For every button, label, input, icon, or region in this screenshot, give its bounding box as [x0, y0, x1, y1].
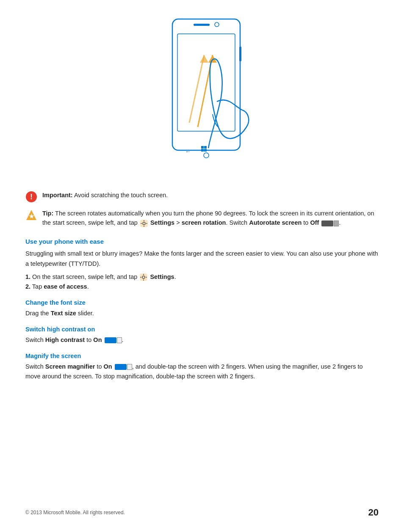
subsection-magnify: Magnify the screen — [25, 352, 379, 361]
high-contrast-toggle-on — [105, 337, 122, 343]
phone-illustration: ← — [25, 13, 379, 178]
page-content: ← — [0, 0, 404, 532]
phone-svg: ← — [147, 13, 257, 178]
page-footer: © 2013 Microsoft Mobile. All rights rese… — [25, 505, 379, 519]
use-ease-body: Struggling with small text or blurry ima… — [25, 249, 379, 268]
svg-rect-7 — [204, 146, 207, 149]
settings-gear-icon — [140, 220, 148, 227]
svg-rect-6 — [201, 146, 204, 149]
change-font-text: Drag the Text size slider. — [25, 309, 379, 318]
subsection-high-contrast: Switch high contrast on — [25, 325, 379, 334]
svg-rect-10 — [239, 47, 241, 61]
step-1-number: 1. — [25, 273, 30, 280]
magnify-text: Switch Screen magnifier to On , and doub… — [25, 362, 379, 381]
important-icon: ! — [25, 191, 37, 203]
svg-rect-2 — [194, 24, 210, 26]
important-notice: ! Important: Avoid scratching the touch … — [25, 190, 379, 203]
important-body: Avoid scratching the touch screen. — [73, 192, 168, 198]
step-2-number: 2. — [25, 283, 30, 290]
subsection-change-font: Change the font size — [25, 298, 379, 308]
footer-copyright: © 2013 Microsoft Mobile. All rights rese… — [25, 509, 125, 516]
tip-label: Tip: — [42, 210, 53, 217]
tip-text: Tip: The screen rotates automatically wh… — [42, 209, 379, 228]
step-2: 2. Tap ease of access. — [25, 282, 379, 292]
svg-rect-9 — [204, 149, 207, 152]
svg-rect-1 — [177, 34, 235, 131]
settings-gear-icon-2 — [140, 273, 147, 281]
section-heading-use-ease: Use your phone with ease — [25, 237, 379, 247]
high-contrast-text: Switch High contrast to On . — [25, 335, 379, 345]
magnify-toggle-on — [115, 364, 132, 370]
tip-icon: ★ — [25, 209, 37, 221]
svg-text:!: ! — [30, 193, 33, 201]
autorotate-toggle-off — [321, 221, 339, 226]
svg-point-4 — [204, 153, 209, 158]
step-2-ease: ease of access — [44, 283, 87, 290]
svg-rect-8 — [201, 149, 204, 152]
svg-text:★: ★ — [29, 213, 34, 220]
important-text: Important: Avoid scratching the touch sc… — [42, 190, 168, 200]
step-1-settings: Settings — [150, 273, 174, 280]
important-label: Important: — [42, 192, 73, 198]
step-1: 1. On the start screen, swipe left, and … — [25, 272, 379, 282]
footer-page-number: 20 — [368, 505, 379, 519]
tip-notice: ★ Tip: The screen rotates automatically … — [25, 209, 379, 228]
svg-text:←: ← — [185, 148, 191, 155]
